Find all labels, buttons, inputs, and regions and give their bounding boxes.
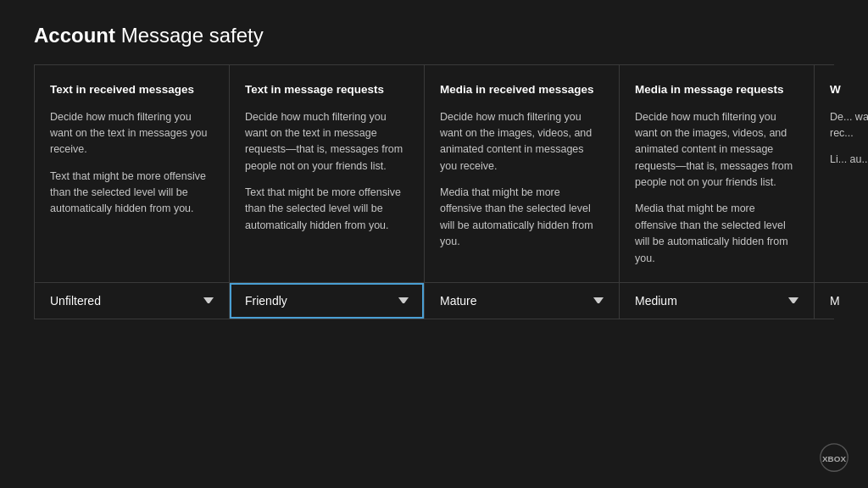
- column-media-requests: Media in message requestsDecide how much…: [620, 65, 815, 319]
- page-title: Account Message safety: [0, 0, 868, 64]
- column-body-partial: WDe... wa... rec...Li... au...: [815, 65, 868, 282]
- chevron-down-icon-media-requests: [788, 297, 798, 304]
- column-text-received: Text in received messagesDecide how much…: [35, 65, 230, 319]
- column-body-media-requests: Media in message requestsDecide how much…: [620, 65, 814, 282]
- column-body-text-received: Text in received messagesDecide how much…: [35, 65, 229, 282]
- dropdown-partial[interactable]: M: [815, 282, 868, 319]
- column-title-media-received: Media in received messages: [440, 82, 604, 97]
- dropdown-label-media-requests: Medium: [635, 294, 677, 308]
- dropdown-label-media-received: Mature: [440, 294, 477, 308]
- column-desc-media-received-0: Decide how much filtering you want on th…: [440, 109, 604, 175]
- column-title-text-received: Text in received messages: [50, 82, 214, 97]
- column-media-received: Media in received messagesDecide how muc…: [425, 65, 620, 319]
- column-partial: WDe... wa... rec...Li... au...M: [815, 65, 868, 319]
- column-desc-text-requests-0: Decide how much filtering you want on th…: [245, 109, 409, 175]
- column-title-media-requests: Media in message requests: [635, 82, 798, 97]
- dropdown-label-partial: M: [830, 294, 840, 308]
- dropdown-text-requests[interactable]: Friendly: [230, 282, 424, 319]
- dropdown-media-received[interactable]: Mature: [425, 282, 619, 319]
- column-body-text-requests: Text in message requestsDecide how much …: [230, 65, 424, 282]
- chevron-down-icon-text-requests: [398, 297, 409, 304]
- chevron-down-icon-media-received: [593, 297, 604, 304]
- dropdown-label-text-received: Unfiltered: [50, 294, 101, 308]
- page-header: Account Message safety: [0, 0, 868, 64]
- column-text-requests: Text in message requestsDecide how much …: [230, 65, 425, 319]
- settings-columns: Text in received messagesDecide how much…: [34, 64, 834, 319]
- dropdown-label-text-requests: Friendly: [245, 294, 287, 308]
- column-desc-media-requests-0: Decide how much filtering you want on th…: [635, 109, 798, 191]
- column-desc-partial-1: Li... au...: [830, 152, 868, 168]
- column-desc-partial-0: De... wa... rec...: [830, 109, 868, 142]
- svg-text:XBOX: XBOX: [822, 454, 846, 463]
- dropdown-text-received[interactable]: Unfiltered: [35, 282, 229, 319]
- column-desc-text-received-0: Decide how much filtering you want on th…: [50, 109, 214, 158]
- column-desc-text-received-1: Text that might be more offensive than t…: [50, 169, 214, 218]
- column-body-media-received: Media in received messagesDecide how muc…: [425, 65, 619, 282]
- dropdown-media-requests[interactable]: Medium: [620, 282, 814, 319]
- column-desc-media-received-1: Media that might be more offensive than …: [440, 185, 604, 251]
- column-title-partial: W: [830, 82, 868, 97]
- column-title-text-requests: Text in message requests: [245, 82, 409, 97]
- xbox-logo: XBOX: [819, 442, 849, 473]
- column-desc-text-requests-1: Text that might be more offensive than t…: [245, 185, 409, 234]
- chevron-down-icon-text-received: [203, 297, 214, 304]
- column-desc-media-requests-1: Media that might be more offensive than …: [635, 201, 798, 267]
